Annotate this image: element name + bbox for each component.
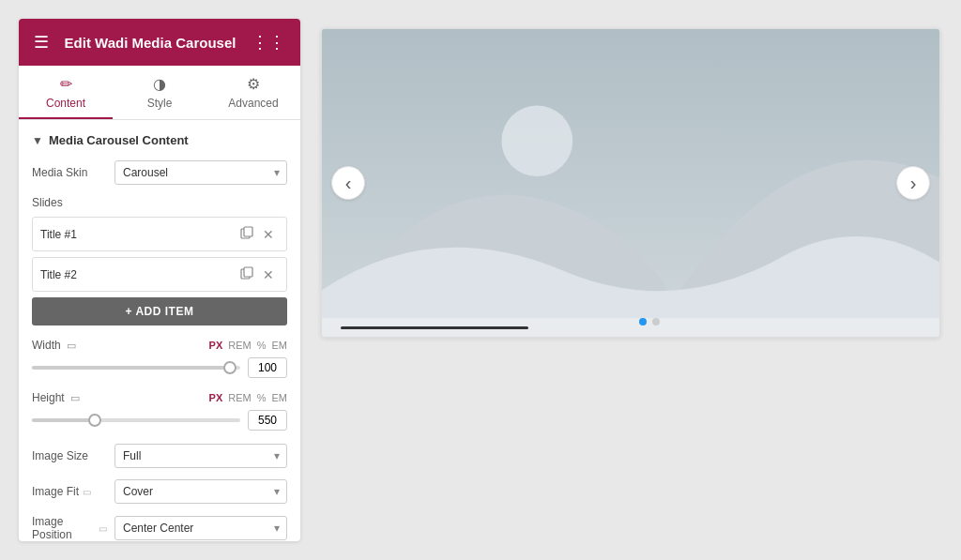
section-arrow[interactable]: ▼	[32, 134, 43, 147]
height-slider-thumb[interactable]	[88, 414, 101, 427]
content-tab-label: Content	[46, 97, 85, 110]
image-size-row: Image Size Full Large Medium Thumbnail	[32, 444, 287, 468]
media-skin-label: Media Skin	[32, 166, 107, 179]
width-slider-track-row	[32, 357, 287, 378]
image-fit-select-wrap: Cover Contain Fill None	[114, 479, 287, 504]
height-units: PX REM % EM	[209, 392, 287, 403]
content-tab-icon: ✏	[60, 75, 72, 93]
tab-advanced[interactable]: ⚙ Advanced	[206, 66, 300, 119]
sidebar-tabs: ✏ Content ◑ Style ⚙ Advanced	[19, 66, 300, 120]
arrow-left-icon: ‹	[345, 174, 352, 192]
media-skin-select[interactable]: Carousel Slider Grid	[114, 160, 287, 185]
image-size-select[interactable]: Full Large Medium Thumbnail	[114, 444, 287, 468]
slide-item: Title #1 ✕	[32, 217, 287, 251]
svg-point-5	[501, 106, 572, 177]
carousel-dots	[639, 318, 660, 325]
width-unit-em[interactable]: EM	[272, 340, 288, 351]
image-fit-row: Image Fit ▭ Cover Contain Fill None	[32, 479, 287, 504]
image-position-select-wrap: Center Center Top Left Top Center Top Ri…	[114, 516, 287, 540]
grid-icon[interactable]: ⋮⋮	[252, 32, 285, 53]
carousel-arrow-right[interactable]: ›	[896, 166, 930, 200]
slide-delete-1[interactable]: ✕	[258, 225, 279, 244]
height-unit-rem[interactable]: REM	[228, 392, 251, 403]
style-tab-icon: ◑	[153, 75, 166, 93]
arrow-right-icon: ›	[910, 174, 917, 192]
add-item-button[interactable]: + ADD ITEM	[32, 297, 287, 325]
height-unit-percent[interactable]: %	[257, 392, 267, 403]
sidebar-header: ☰ Edit Wadi Media Carousel ⋮⋮	[19, 19, 300, 66]
height-slider-track[interactable]	[32, 418, 240, 422]
image-position-label: Image Position	[32, 515, 95, 541]
height-unit-px[interactable]: PX	[209, 392, 223, 403]
width-slider-track[interactable]	[32, 366, 240, 370]
slide-title-2: Title #2	[40, 268, 236, 281]
sidebar-content: ▼ Media Carousel Content Media Skin Caro…	[19, 120, 300, 541]
image-fit-select[interactable]: Cover Contain Fill None	[114, 479, 287, 504]
slide-title-1: Title #1	[40, 228, 236, 241]
height-label: Height	[32, 391, 65, 404]
slide-duplicate-2[interactable]	[236, 265, 258, 284]
sidebar: ☰ Edit Wadi Media Carousel ⋮⋮ ✏ Content …	[19, 19, 300, 541]
menu-icon[interactable]: ☰	[34, 32, 49, 53]
width-monitor-icon: ▭	[67, 340, 76, 352]
carousel-image	[322, 29, 939, 337]
width-unit-percent[interactable]: %	[257, 340, 267, 351]
sidebar-title: Edit Wadi Media Carousel	[65, 35, 236, 51]
image-fit-label-group: Image Fit ▭	[32, 485, 107, 498]
height-monitor-icon: ▭	[70, 392, 80, 404]
media-skin-select-wrap: Carousel Slider Grid	[114, 160, 287, 185]
tab-content[interactable]: ✏ Content	[19, 66, 113, 119]
slide-delete-2[interactable]: ✕	[258, 265, 279, 284]
width-header: Width ▭ PX REM % EM	[32, 339, 287, 352]
width-label: Width	[32, 339, 61, 352]
svg-rect-1	[244, 227, 252, 236]
width-row: Width ▭ PX REM % EM	[32, 339, 287, 378]
height-unit-em[interactable]: EM	[272, 392, 288, 403]
height-slider-fill	[32, 418, 95, 422]
image-size-label: Image Size	[32, 449, 107, 462]
height-value-input[interactable]	[248, 410, 287, 431]
svg-rect-3	[244, 267, 252, 277]
width-label-group: Width ▭	[32, 339, 76, 352]
style-tab-label: Style	[147, 97, 173, 110]
width-unit-rem[interactable]: REM	[228, 340, 251, 351]
image-position-select[interactable]: Center Center Top Left Top Center Top Ri…	[114, 516, 287, 540]
section-header: ▼ Media Carousel Content	[32, 133, 287, 147]
carousel-preview: ‹ ›	[321, 28, 940, 338]
height-label-group: Height ▭	[32, 391, 80, 404]
width-unit-px[interactable]: PX	[209, 340, 223, 351]
main-preview: ‹ ›	[319, 19, 942, 338]
slide-duplicate-1[interactable]	[236, 224, 258, 244]
slides-section: Slides Title #1 ✕ Title #2	[32, 196, 287, 325]
carousel-dot-1[interactable]	[639, 318, 647, 325]
image-position-row: Image Position ▭ Center Center Top Left …	[32, 515, 287, 541]
width-units: PX REM % EM	[209, 340, 287, 351]
height-slider-track-row	[32, 410, 287, 431]
carousel-dot-2[interactable]	[652, 318, 660, 325]
tab-style[interactable]: ◑ Style	[113, 66, 206, 119]
carousel-arrow-left[interactable]: ‹	[331, 166, 365, 200]
width-value-input[interactable]	[248, 357, 287, 378]
section-title: Media Carousel Content	[49, 133, 189, 147]
slides-label: Slides	[32, 196, 287, 209]
carousel-progress-bar	[341, 326, 528, 329]
image-position-monitor-icon: ▭	[99, 523, 107, 534]
image-size-select-wrap: Full Large Medium Thumbnail	[114, 444, 287, 468]
advanced-tab-icon: ⚙	[247, 75, 260, 93]
height-header: Height ▭ PX REM % EM	[32, 391, 287, 404]
image-fit-monitor-icon: ▭	[83, 487, 91, 497]
width-slider-fill	[32, 366, 230, 370]
width-slider-thumb[interactable]	[223, 361, 236, 374]
advanced-tab-label: Advanced	[228, 97, 278, 110]
image-fit-label: Image Fit	[32, 485, 79, 498]
media-skin-row: Media Skin Carousel Slider Grid	[32, 160, 287, 185]
image-position-label-group: Image Position ▭	[32, 515, 107, 541]
height-row: Height ▭ PX REM % EM	[32, 391, 287, 431]
slide-item: Title #2 ✕	[32, 257, 287, 292]
